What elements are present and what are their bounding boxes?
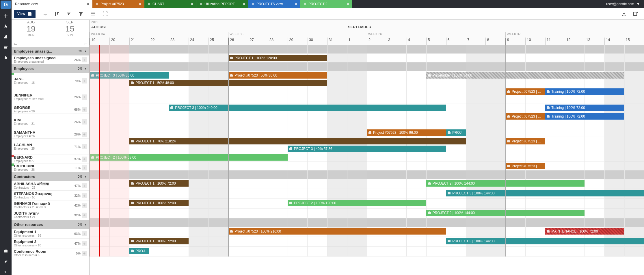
resource-row[interactable]: LACHLANEmployees = 2571%+	[12, 139, 89, 155]
timeline-row[interactable]: PROJECT 3 | 100% 144:00	[90, 189, 644, 199]
task-bar[interactable]: Project #07523 | ...	[505, 138, 545, 144]
add-task-icon[interactable]: +	[82, 165, 87, 170]
tab-3[interactable]: Utilization REPORT✕	[196, 0, 248, 8]
add-icon[interactable]	[3, 13, 9, 19]
chevron-down-icon[interactable]: ▼	[84, 50, 87, 53]
task-bar[interactable]: PROJ...	[129, 248, 149, 254]
collapse-icon[interactable]	[41, 11, 48, 17]
timeline-row[interactable]: PROJECT 1 | 100% 72:00PROJECT 2 | 100% 1…	[90, 199, 644, 209]
expand-all-icon[interactable]	[13, 43, 17, 46]
task-bar[interactable]: Project #07523 | ...	[505, 163, 545, 169]
resource-row[interactable]: KIMEmployees = 2126%+	[12, 114, 89, 130]
resource-row[interactable]: Conference RoomOther resources = 65%+	[12, 248, 89, 258]
add-task-icon[interactable]: +	[82, 203, 87, 208]
close-icon[interactable]: ✕	[86, 2, 90, 6]
briefcase-icon[interactable]	[3, 248, 9, 254]
task-bar[interactable]: PROJECT 2 | 100% 63:00	[90, 154, 288, 161]
group-header[interactable]: Employees unassig...0%▼	[12, 47, 89, 55]
fullscreen-icon[interactable]	[102, 11, 108, 17]
timeline-row[interactable]: PROJECT 3 | 50% 36:00Project #07523 | 50…	[90, 71, 644, 87]
close-icon[interactable]: ✕	[242, 2, 246, 6]
add-task-icon[interactable]: +	[82, 213, 87, 218]
task-bar[interactable]: Training | 100% 72:00	[545, 113, 624, 120]
task-bar[interactable]: PROJECT 3 | 50% 36:00	[90, 72, 169, 79]
task-bar[interactable]: PROJECT 3 | 100% 240:00	[169, 105, 446, 111]
timeline-row[interactable]: PROJECT 1 | 100% 120:00	[90, 54, 644, 62]
archive-icon[interactable]	[3, 44, 9, 50]
add-task-icon[interactable]: +	[82, 78, 87, 83]
timeline-row[interactable]: PROJECT 1 | 100% 72:00PROJECT 3 | 100% 1…	[90, 237, 644, 247]
resource-row[interactable]: SAMANTHAEmployees = 2628%+	[12, 130, 89, 139]
chevron-down-icon[interactable]: ▼	[84, 223, 87, 226]
add-task-icon[interactable]: +	[82, 144, 87, 149]
task-bar[interactable]: Training | 100% 72:00	[545, 105, 624, 111]
import-icon[interactable]	[621, 11, 627, 17]
timeline-grid[interactable]: PROJECT 1 | 100% 120:00PROJECT 3 | 50% 3…	[90, 45, 644, 257]
resource-row[interactable]: GEORGEEmployees = 2068%+	[12, 105, 89, 114]
resource-row[interactable]: STEFANOS ΣτεφανοςContractors = 5032%+	[12, 191, 89, 200]
chart-icon[interactable]	[3, 34, 9, 40]
resource-row[interactable]: Equipment 1Other resources = 1663%+	[12, 229, 89, 239]
filter-icon[interactable]	[78, 11, 84, 17]
add-task-icon[interactable]: +	[82, 231, 87, 236]
date-range[interactable]: AUG 19 MON SEP 15 SUN	[12, 20, 89, 42]
help-icon[interactable]	[3, 269, 9, 275]
task-bar[interactable]: PROJ...	[446, 129, 466, 136]
export-icon[interactable]	[632, 11, 639, 17]
close-icon[interactable]: ✕	[190, 2, 194, 6]
close-icon[interactable]: ✕	[294, 2, 298, 6]
add-task-icon[interactable]: +	[82, 119, 87, 125]
close-icon[interactable]: ✕	[138, 2, 142, 6]
timeline-row[interactable]: PROJECT 2 | 100% 144:00	[90, 209, 644, 218]
chevron-down-icon[interactable]: ▼	[84, 67, 87, 70]
resource-row[interactable]: GENNADI ГеннадийContractors = 23 = test …	[12, 200, 89, 210]
timeline-row[interactable]: PROJECT 2 | 100% 63:00	[90, 153, 644, 162]
task-bar[interactable]: PROJECT 2 | 100% 144:00	[426, 210, 585, 216]
resource-row[interactable]: CATHERINEEmployees = 2811%+	[12, 163, 89, 172]
resource-row[interactable]: ABHILASHA अभिलाषाContractors = 2247%+	[12, 181, 89, 191]
timeline-row[interactable]: PROJECT 3 | 100% 240:00Training | 100% 7…	[90, 103, 644, 112]
timeline-row[interactable]: Project #07523 | ...Training | 100% 72:0…	[90, 87, 644, 103]
tab-0[interactable]: Resource view✕	[12, 0, 92, 8]
timeline-row[interactable]: PROJECT 1 | 100% 72:00PROJECT 2 | 100% 1…	[90, 179, 644, 189]
task-bar[interactable]: PROJECT 2 | 100% 144:00	[426, 180, 585, 187]
resource-row[interactable]: JENNIFEREmployees = 19 = multi26%+	[12, 89, 89, 105]
task-bar[interactable]: PROJECT 1 | 100% 120:00	[228, 55, 327, 61]
task-bar[interactable]: Project #07523 | ...	[505, 88, 545, 95]
task-bar[interactable]: MAINTENANCE | 100% 72:00	[545, 228, 624, 235]
group-header[interactable]: Contractors0%▼	[12, 172, 89, 181]
drop-icon[interactable]	[3, 54, 9, 61]
tab-4[interactable]: PROJECTS view✕	[248, 0, 300, 8]
task-bar[interactable]: Project #07523 | 50% 30:00	[228, 72, 327, 79]
chevron-down-icon[interactable]: ▼	[84, 175, 87, 178]
tab-5[interactable]: PROJECT 2✕	[300, 0, 352, 8]
timeline-row[interactable]: Project #07523 | 100% 96:00PROJ...	[90, 128, 644, 137]
task-bar[interactable]: Project #07523 | 100% 96:00	[367, 129, 446, 136]
resource-row[interactable]: BERNARDEmployees = 2737%+	[12, 155, 89, 163]
task-bar[interactable]: PROJECT 1 | 100% 72:00	[129, 180, 189, 187]
add-task-icon[interactable]: +	[82, 94, 87, 100]
timeline-row[interactable]: Project #07523 | ...	[90, 162, 644, 170]
task-bar[interactable]: PROJECT 1 | 50% 48:00	[129, 80, 327, 86]
timeline-row[interactable]: PROJECT 1 | 70% 218:24Project #07523 | .…	[90, 137, 644, 153]
tab-1[interactable]: Project #07523✕	[92, 0, 144, 8]
task-bar[interactable]: Project #07523 | 100% 216:00	[228, 228, 446, 235]
group-header[interactable]: Employees0%▼	[12, 64, 89, 73]
add-task-icon[interactable]: +	[82, 107, 87, 112]
tab-2[interactable]: CHART✕	[144, 0, 196, 8]
task-bar[interactable]: PROJECT 3 | 100% 144:00	[446, 190, 644, 196]
group-header[interactable]: Other resources0%▼	[12, 220, 89, 229]
task-bar[interactable]: Project #07523 | ...	[505, 113, 545, 120]
timeline[interactable]: 2019 AUGUSTSEPTEMBERWEEK 34WEEK 35WEEK 3…	[90, 20, 644, 275]
timeline-row[interactable]: Project #07523 | ...Training | 100% 72:0…	[90, 112, 644, 128]
task-bar[interactable]: PROJECT 2 | 100% 120:00	[288, 200, 426, 206]
task-bar[interactable]: PROJECT 1 | 70% 218:24	[129, 138, 466, 144]
sort-icon[interactable]	[53, 11, 60, 17]
timeline-row[interactable]: Project #07523 | 100% 216:00MAINTENANCE …	[90, 227, 644, 237]
calendar-icon[interactable]	[90, 11, 96, 17]
task-bar[interactable]: Training | 100% 72:00	[545, 88, 624, 95]
add-task-icon[interactable]: +	[82, 57, 87, 62]
add-task-icon[interactable]: +	[82, 193, 87, 198]
user-menu[interactable]: user@ganttic.com▼	[352, 0, 644, 8]
add-task-icon[interactable]: +	[82, 251, 87, 256]
